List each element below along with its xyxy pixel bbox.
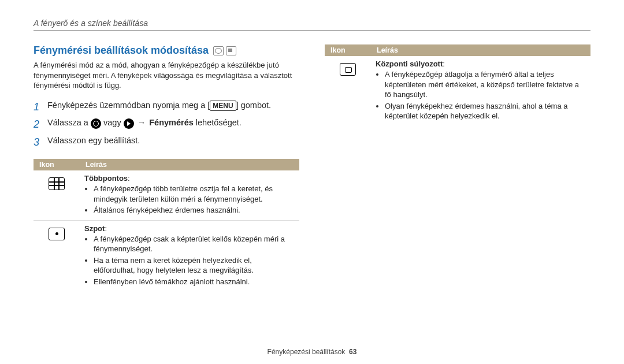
bullet: Ellenfényben lévő témákhoz ajánlott hasz…: [94, 277, 295, 287]
bullet: Általános fényképekhez érdemes használni…: [94, 205, 295, 216]
two-column-layout: Fénymérési beállítások módosítása A fény…: [34, 44, 590, 291]
row-bullets: A fényképezőgép több területre osztja fe…: [84, 184, 295, 216]
footer-section-label: Fényképezési beállítások: [268, 348, 346, 356]
step-text: Válasszon egy beállítást.: [47, 134, 140, 151]
bullet: A fényképezőgép több területre osztja fe…: [94, 184, 295, 204]
metering-table-right: Ikon Leírás Központi súlyozott:A fénykép…: [325, 44, 590, 126]
spot-metering-icon: [49, 228, 65, 240]
cell-icon: [34, 220, 80, 291]
row-title: Szpot: [84, 224, 105, 233]
tbody-left: Többpontos:A fényképezőgép több területr…: [34, 170, 299, 291]
th-icon: Ikon: [34, 159, 80, 170]
cell-description: Többpontos:A fényképezőgép több területr…: [80, 170, 299, 220]
cell-icon: [325, 56, 371, 126]
row-bullets: A fényképezőgép átlagolja a fénymérő ált…: [376, 69, 586, 121]
header-rule: [34, 30, 590, 31]
table-row: Többpontos:A fényképezőgép több területr…: [34, 170, 299, 220]
steps-list: 1 Fényképezés üzemmódban nyomja meg a [M…: [34, 99, 299, 151]
step-number: 2: [34, 116, 42, 133]
photo-mode-icon: [213, 46, 224, 55]
metering-table-left: Ikon Leírás Többpontos:A fényképezőgép t…: [34, 159, 299, 291]
center-metering-icon: [340, 63, 356, 76]
multi-metering-icon: [49, 177, 65, 190]
mode-icons: [213, 46, 236, 55]
intro-paragraph: A fénymérési mód az a mód, ahogyan a fén…: [34, 60, 299, 91]
bullet: A fényképezőgép csak a képterület kellős…: [94, 234, 295, 254]
video-icon: [124, 118, 134, 129]
bullet: Olyan fényképekhez érdemes használni, ah…: [385, 101, 586, 121]
th-icon: Ikon: [325, 44, 371, 56]
bullet: A fényképezőgép átlagolja a fénymérő ált…: [385, 69, 586, 100]
cell-description: Központi súlyozott:A fényképezőgép átlag…: [371, 56, 590, 126]
table-row: Szpot:A fényképezőgép csak a képterület …: [34, 220, 299, 291]
camera-icon: [91, 118, 101, 129]
step-2: 2 Válassza a vagy → Fénymérés lehetősége…: [34, 116, 299, 133]
th-desc: Leírás: [80, 159, 299, 170]
running-head: A fényerő és a színek beállítása: [34, 18, 590, 28]
step-3: 3 Válasszon egy beállítást.: [34, 134, 299, 151]
bullet: Ha a téma nem a keret közepén helyezkedi…: [94, 255, 295, 276]
step-1: 1 Fényképezés üzemmódban nyomja meg a [M…: [34, 99, 299, 116]
cell-description: Szpot:A fényképezőgép csak a képterület …: [80, 220, 299, 291]
cell-icon: [34, 170, 80, 220]
left-column: Fénymérési beállítások módosítása A fény…: [34, 44, 299, 291]
section-heading-text: Fénymérési beállítások módosítása: [34, 44, 209, 57]
video-mode-icon: [226, 46, 236, 55]
th-desc: Leírás: [371, 44, 590, 56]
row-title: Többpontos: [84, 174, 128, 183]
tbody-right: Központi súlyozott:A fényképezőgép átlag…: [325, 56, 590, 126]
step-number: 1: [34, 99, 42, 116]
menu-button-chip: MENU: [210, 101, 236, 112]
section-heading: Fénymérési beállítások módosítása: [34, 44, 299, 57]
step-number: 3: [34, 134, 42, 151]
row-title: Központi súlyozott: [376, 60, 443, 68]
page-number: 63: [349, 348, 356, 356]
manual-page: A fényerő és a színek beállítása Fénymér…: [0, 0, 624, 364]
page-footer: Fényképezési beállítások 63: [0, 348, 624, 356]
row-bullets: A fényképezőgép csak a képterület kellős…: [84, 234, 295, 287]
right-column: Ikon Leírás Központi súlyozott:A fénykép…: [325, 44, 590, 291]
table-row: Központi súlyozott:A fényképezőgép átlag…: [325, 56, 590, 126]
step-text: Fényképezés üzemmódban nyomja meg a [MEN…: [47, 99, 271, 116]
step-text: Válassza a vagy → Fénymérés lehetőséget.: [47, 116, 242, 133]
